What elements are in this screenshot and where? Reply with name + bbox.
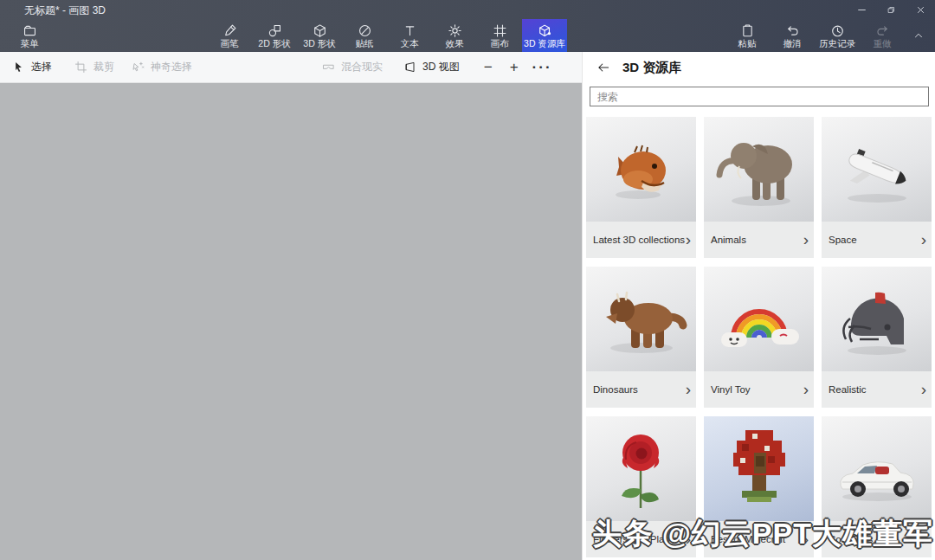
history-icon xyxy=(830,23,845,38)
toolbar-tool-paste[interactable]: 粘贴 xyxy=(725,19,770,52)
window-controls xyxy=(847,0,935,19)
3d-view-label: 3D 视图 xyxy=(422,60,460,74)
panel-title: 3D 资源库 xyxy=(622,60,681,76)
zoom-in-button[interactable]: + xyxy=(510,59,519,76)
rose-3d-preview xyxy=(586,416,696,521)
toolbar-tool-label: 历史记录 xyxy=(819,39,855,48)
toolbar-tool-history[interactable]: 历史记录 xyxy=(815,19,860,52)
magic-select-label: 神奇选择 xyxy=(151,60,192,74)
toolbar-tool-label: 粘贴 xyxy=(738,39,757,48)
fish-3d-preview xyxy=(586,117,696,222)
card-title: Dinosaurs xyxy=(593,383,686,396)
library-card-animals[interactable]: Animals› xyxy=(704,117,814,258)
back-button[interactable] xyxy=(591,55,616,80)
collapse-ribbon-button[interactable] xyxy=(906,19,932,52)
card-label-bar: Dinosaurs› xyxy=(586,371,696,408)
toolbar-tool-stickers[interactable]: 贴纸 xyxy=(342,19,387,52)
chevron-right-icon: › xyxy=(803,371,809,408)
card-title: Realistic xyxy=(829,383,921,396)
toolbar-tool-redo[interactable]: 重做 xyxy=(860,19,905,52)
more-options-button[interactable]: ··· xyxy=(532,59,552,76)
redo-icon xyxy=(875,23,890,38)
toolbar-right-tools: 粘贴撤消历史记录重做 xyxy=(725,19,905,52)
close-icon xyxy=(916,5,925,15)
toolbar-tool-3d-shapes[interactable]: 3D 形状 xyxy=(297,19,342,52)
shuttle-3d-preview xyxy=(822,117,932,222)
card-label-bar: Realistic› xyxy=(822,371,932,408)
sub-toolbar: 选择 裁剪 神奇选择 混合现实 3D 视图 − + ··· xyxy=(0,52,582,83)
toolbar-tool-3d-library[interactable]: 3D 资源库 xyxy=(522,19,567,52)
paste-icon xyxy=(740,23,755,38)
effects-icon xyxy=(448,23,462,38)
zoom-out-button[interactable]: − xyxy=(484,59,493,76)
paint3d-window: 无标题* - 画图 3D 菜单 画笔2D 形状3D 形状贴纸文本效果画布3D 资… xyxy=(0,0,935,560)
minimize-button[interactable] xyxy=(847,0,876,19)
menu-label: 菜单 xyxy=(21,39,39,48)
toolbar-tool-brush[interactable]: 画笔 xyxy=(207,19,252,52)
toolbar-tool-label: 文本 xyxy=(401,39,419,48)
car-3d-preview xyxy=(822,416,932,521)
toolbar-tool-label: 画布 xyxy=(491,39,509,48)
3d-library-icon xyxy=(538,23,552,38)
toolbar-tool-text[interactable]: 文本 xyxy=(387,19,432,52)
card-title: Latest 3D collections xyxy=(593,234,686,246)
search-input[interactable] xyxy=(590,87,929,106)
card-label-bar: Latest 3D collections› xyxy=(586,222,696,258)
mixed-reality-button[interactable]: 混合现实 xyxy=(322,60,383,74)
main-toolbar: 菜单 画笔2D 形状3D 形状贴纸文本效果画布3D 资源库 粘贴撤消历史记录重做 xyxy=(0,19,935,52)
menu-button[interactable]: 菜单 xyxy=(7,19,52,52)
toolbar-tool-2d-shapes[interactable]: 2D 形状 xyxy=(252,19,297,52)
card-label-bar: Animals› xyxy=(704,222,814,258)
select-button[interactable]: 选择 xyxy=(12,60,52,74)
menu-icon xyxy=(23,23,37,38)
toolbar-tool-label: 3D 资源库 xyxy=(524,39,565,48)
3d-view-button[interactable]: 3D 视图 xyxy=(403,60,460,74)
mixed-reality-label: 混合现实 xyxy=(341,60,383,74)
toolbar-tool-label: 贴纸 xyxy=(356,39,374,48)
crop-button[interactable]: 裁剪 xyxy=(74,60,114,74)
library-card-dinosaurs[interactable]: Dinosaurs› xyxy=(586,267,696,408)
2d-shapes-icon xyxy=(268,23,282,38)
toolbar-tool-label: 重做 xyxy=(874,39,892,48)
toolbar-tool-label: 撤消 xyxy=(783,39,802,48)
canvas-area[interactable] xyxy=(0,83,582,560)
restore-icon xyxy=(887,5,896,15)
card-title: Space xyxy=(829,234,921,246)
crop-icon xyxy=(74,61,87,74)
library-card-vinyl-toy[interactable]: Vinyl Toy› xyxy=(704,267,814,408)
chevron-right-icon: › xyxy=(803,222,809,258)
card-grid: Latest 3D collections›Animals›Space›Dino… xyxy=(586,117,932,557)
stickers-icon xyxy=(358,23,372,38)
minecraft-3d-preview xyxy=(704,416,814,521)
library-card-latest-3d-collections[interactable]: Latest 3D collections› xyxy=(586,117,696,258)
watermark: 头条 @幻云PPT大雄董军 xyxy=(592,514,933,554)
toolbar-tools: 画笔2D 形状3D 形状贴纸文本效果画布3D 资源库 xyxy=(207,19,567,52)
magic-select-icon xyxy=(132,61,145,74)
card-title: Animals xyxy=(711,234,803,246)
minimize-icon xyxy=(857,5,867,15)
3d-view-icon xyxy=(403,61,416,74)
toolbar-tool-effects[interactable]: 效果 xyxy=(432,19,477,52)
card-title: Vinyl Toy xyxy=(711,383,803,396)
chevron-right-icon: › xyxy=(921,222,926,258)
chevron-right-icon: › xyxy=(686,222,691,258)
magic-select-button[interactable]: 神奇选择 xyxy=(132,60,192,74)
toolbar-tool-label: 3D 形状 xyxy=(303,39,335,48)
dinosaur-3d-preview xyxy=(586,267,696,371)
helmet-3d-preview xyxy=(822,267,932,371)
toolbar-tool-canvas[interactable]: 画布 xyxy=(477,19,522,52)
elephant-3d-preview xyxy=(704,117,814,222)
chevron-up-icon xyxy=(912,29,925,42)
toolbar-tool-label: 画笔 xyxy=(221,39,239,48)
restore-button[interactable] xyxy=(876,0,906,19)
toolbar-tool-undo[interactable]: 撤消 xyxy=(770,19,815,52)
chevron-right-icon: › xyxy=(686,371,691,408)
titlebar: 无标题* - 画图 3D xyxy=(0,0,935,19)
canvas-icon xyxy=(493,23,507,38)
brush-icon xyxy=(222,23,237,38)
library-card-space[interactable]: Space› xyxy=(822,117,932,258)
text-icon xyxy=(403,23,417,38)
top-chrome: 无标题* - 画图 3D 菜单 画笔2D 形状3D 形状贴纸文本效果画布3D 资… xyxy=(0,0,935,52)
close-button[interactable] xyxy=(906,0,935,19)
library-card-realistic[interactable]: Realistic› xyxy=(822,267,932,408)
